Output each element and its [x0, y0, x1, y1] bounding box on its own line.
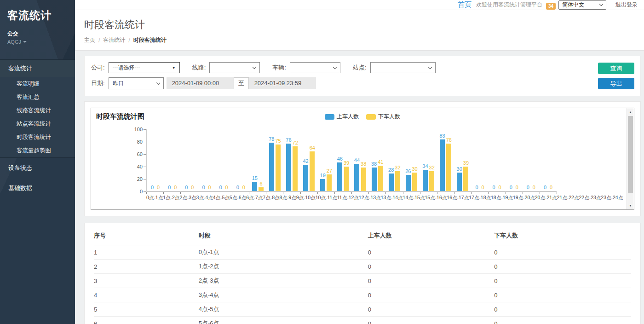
vehicle-select[interactable] [290, 62, 340, 73]
scrollbar-up-arrow-icon[interactable]: ▲ [627, 109, 634, 116]
bar-column: 0 [173, 185, 178, 191]
sidebar-item-0-5[interactable]: 客流量趋势图 [0, 144, 75, 157]
date-from-input[interactable]: 2024-01-09 00:00 [167, 77, 234, 89]
chevron-down-icon [156, 81, 160, 84]
date-preset-value: 昨日 [113, 80, 124, 87]
sidebar: 客流统计 公交 AQGJ 客流统计客流明细客流汇总线路客流统计站点客流统计时段客… [0, 0, 75, 324]
sidebar-section-header-1[interactable]: 设备状态 [0, 158, 75, 178]
table-cell: 0 [368, 260, 494, 274]
breadcrumb-separator: / [98, 37, 100, 44]
bar-group: 4264 [300, 129, 317, 191]
bar-column: 26 [405, 168, 411, 191]
bar-value-label: 6 [259, 181, 262, 186]
bar-group: 8376 [437, 129, 454, 191]
vertical-scrollbar[interactable]: ▲ ▼ [627, 108, 634, 209]
bar-column: 0 [167, 185, 172, 191]
sidebar-section-header-0[interactable]: 客流统计 [0, 60, 75, 77]
bar [395, 171, 400, 191]
bar-column: 38 [371, 161, 377, 191]
bar-group: 00 [147, 129, 164, 191]
y-axis-label: 100 [129, 127, 143, 132]
date-preset-select[interactable]: 昨日 [109, 77, 164, 89]
breadcrumb-item[interactable]: 主页 [84, 36, 95, 44]
bar-column: 64 [310, 145, 315, 191]
bar-column: 0 [184, 185, 189, 191]
scrollbar-thumb[interactable] [628, 116, 633, 193]
bar-value-label: 28 [388, 167, 394, 173]
bar-value-label: 30 [412, 166, 417, 172]
sidebar-item-0-0[interactable]: 客流明细 [0, 77, 75, 91]
scrollbar-down-arrow-icon[interactable]: ▼ [627, 202, 634, 209]
table-row: 32点-3点00 [94, 274, 631, 288]
bar-group: 00 [506, 129, 523, 191]
bar-value-label: 76 [446, 137, 452, 143]
bar-group: 4438 [352, 129, 369, 191]
bar-column: 42 [303, 158, 308, 191]
sidebar-item-0-3[interactable]: 站点客流统计 [0, 117, 75, 131]
bar-group: 7875 [266, 129, 283, 191]
language-select[interactable]: 简体中文 [558, 0, 606, 10]
bar-value-label: 0 [242, 185, 245, 190]
x-axis-label: 0点-1点 [146, 195, 163, 201]
bar-group: 1927 [317, 129, 334, 191]
bar-value-label: 0 [219, 185, 222, 190]
breadcrumb-item[interactable]: 客流统计 [103, 36, 125, 44]
legend-item-1[interactable]: 下车人数 [366, 113, 400, 121]
bar-group: 00 [215, 129, 232, 191]
table-cell: 0 [494, 260, 631, 274]
x-axis-label: 8点-9点 [280, 195, 296, 201]
bar-column: 30 [457, 166, 462, 191]
y-axis-tick [144, 179, 146, 179]
table-header-cell: 上车人数 [368, 225, 494, 245]
sidebar-item-0-4[interactable]: 时段客流统计 [0, 131, 75, 144]
bar-column: 0 [201, 185, 206, 191]
plot-area: 0000000000001567875767242641927463944383… [146, 129, 557, 191]
bar-group: 2832 [386, 129, 403, 191]
bar-column: 46 [337, 156, 343, 191]
notification-badge[interactable]: 34 [546, 3, 556, 10]
table-cell: 0 [368, 274, 494, 288]
chevron-down-icon [253, 65, 256, 69]
sidebar-section-header-2[interactable]: 基础数据 [0, 178, 75, 198]
x-axis-label: 1点-2点 [163, 195, 179, 201]
y-axis-tick [144, 142, 146, 142]
bar-column: 15 [252, 175, 258, 191]
bar-value-label: 39 [463, 160, 469, 166]
bar [406, 175, 411, 191]
bar-value-label: 64 [310, 145, 315, 150]
logout-link[interactable]: 退出登录 [615, 1, 638, 9]
org-code-dropdown[interactable]: AQGJ [7, 39, 68, 45]
bar-column: 0 [207, 185, 212, 191]
x-axis-label: 10点-11点 [316, 195, 337, 201]
bar-value-label: 0 [225, 185, 228, 190]
bar-value-label: 0 [516, 185, 518, 190]
bar-value-label: 38 [361, 161, 366, 167]
chevron-down-icon [599, 2, 603, 6]
bar-column: 83 [439, 133, 445, 191]
table-cell: 2点-3点 [199, 274, 368, 288]
bar-column: 0 [542, 185, 547, 191]
x-axis-label: 9点-10点 [296, 195, 316, 201]
bar-group: 3039 [454, 129, 471, 191]
y-axis-tick [144, 167, 146, 167]
query-button[interactable]: 查询 [598, 63, 634, 74]
export-button[interactable]: 导出 [598, 78, 634, 89]
sidebar-item-0-2[interactable]: 线路客流统计 [0, 104, 75, 117]
bar-column: 76 [286, 137, 291, 191]
sidebar-item-0-1[interactable]: 客流汇总 [0, 91, 75, 104]
bar-value-label: 0 [191, 185, 194, 190]
table-header-cell: 时段 [199, 225, 368, 245]
date-to-input[interactable]: 2024-01-09 23:59 [249, 77, 316, 89]
bar [372, 168, 377, 191]
home-link[interactable]: 首页 [458, 0, 472, 9]
table-cell: 0 [368, 245, 494, 260]
legend-item-0[interactable]: 上车人数 [325, 113, 359, 121]
breadcrumb-item-current: 时段客流统计 [133, 36, 167, 44]
company-select[interactable]: ---请选择--- ▼ [109, 62, 180, 73]
station-select[interactable] [370, 62, 436, 73]
bar [446, 144, 451, 191]
line-select[interactable] [209, 62, 260, 73]
bar-group: 2630 [403, 129, 420, 191]
x-axis-label: 5点-6点 [230, 195, 246, 201]
bar-group: 00 [540, 129, 557, 191]
